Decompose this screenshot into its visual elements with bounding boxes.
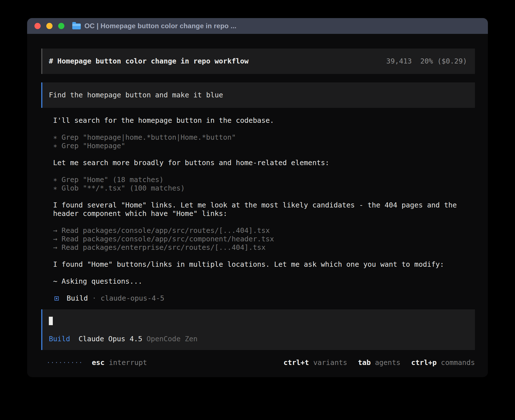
ctrl-p-key-label: ctrl+p <box>411 358 437 367</box>
status-bar: ········· esc interrupt ctrl+t variants … <box>41 358 475 367</box>
terminal-window: OC | Homepage button color change in rep… <box>27 18 488 377</box>
variants-hint: ctrl+t variants <box>283 358 347 367</box>
working-spinner-dots: ········· <box>47 358 83 367</box>
build-agent-icon <box>54 296 59 301</box>
agent-status-row: Build · claude-opus-4-5 <box>41 294 475 303</box>
minimize-button[interactable] <box>46 23 53 29</box>
assistant-status-line: ~ Asking questions... <box>53 277 475 286</box>
assistant-text-line: I found "Home" buttons/links in multiple… <box>53 260 475 269</box>
tool-call-line: ∗ Grep "homepage|home.*button|Home.*butt… <box>53 133 475 142</box>
tool-call-line: → Read packages/enterprise/src/routes/[.… <box>53 243 475 252</box>
tool-call-line: ∗ Glob "**/*.tsx" (100 matches) <box>53 184 475 193</box>
session-header: # Homepage button color change in repo w… <box>41 49 475 74</box>
interrupt-label: interrupt <box>109 358 147 367</box>
interrupt-hint: esc interrupt <box>92 358 147 367</box>
input-provider-label: OpenCode Zen <box>147 335 198 343</box>
window-title: OC | Homepage button color change in rep… <box>84 22 236 30</box>
token-count: 39,413 <box>386 57 412 65</box>
assistant-transcript: I'll search for the homepage button in t… <box>53 116 475 286</box>
agent-name: Build <box>67 294 88 303</box>
terminal-content: # Homepage button color change in repo w… <box>27 34 488 367</box>
status-left: ········· esc interrupt <box>47 358 147 367</box>
context-usage-cost: 20% ($0.29) <box>420 57 467 65</box>
close-button[interactable] <box>34 23 41 29</box>
tool-call-line: ∗ Grep "Homepage" <box>53 142 475 150</box>
session-stats: 39,413 20% ($0.29) <box>386 57 467 65</box>
tool-call-line: ∗ Grep "Home" (18 matches) <box>53 176 475 184</box>
desktop-background: OC | Homepage button color change in rep… <box>0 0 515 420</box>
session-title: # Homepage button color change in repo w… <box>49 57 248 65</box>
titlebar: OC | Homepage button color change in rep… <box>27 18 488 34</box>
folder-icon <box>72 23 81 29</box>
user-message: Find the homepage button and make it blu… <box>41 82 475 108</box>
agent-separator: · <box>92 294 96 303</box>
input-model-label: Claude Opus 4.5 <box>78 335 142 343</box>
agent-model: claude-opus-4-5 <box>101 294 164 303</box>
ctrl-t-key-label: ctrl+t <box>283 358 309 367</box>
assistant-text-line: I found several "Home" links. Let me loo… <box>53 201 475 218</box>
prompt-input[interactable]: Build Claude Opus 4.5 OpenCode Zen <box>41 309 475 350</box>
agents-label: agents <box>375 358 400 367</box>
assistant-text-line: I'll search for the homepage button in t… <box>53 116 475 125</box>
window-title-group: OC | Homepage button color change in rep… <box>72 22 236 30</box>
commands-hint: ctrl+p commands <box>411 358 475 367</box>
tool-call-line: → Read packages/console/app/src/componen… <box>53 235 475 243</box>
commands-label: commands <box>441 358 475 367</box>
user-message-text: Find the homepage button and make it blu… <box>49 91 223 99</box>
zoom-button[interactable] <box>58 23 64 29</box>
agents-hint: tab agents <box>358 358 400 367</box>
tool-call-line: → Read packages/console/app/src/routes/[… <box>53 226 475 235</box>
status-right: ctrl+t variants tab agents ctrl+p comman… <box>283 358 475 367</box>
variants-label: variants <box>313 358 347 367</box>
input-agent-label: Build <box>49 335 70 343</box>
model-selector-row[interactable]: Build Claude Opus 4.5 OpenCode Zen <box>49 335 468 343</box>
tab-key-label: tab <box>358 358 371 367</box>
esc-key-label: esc <box>92 358 104 367</box>
window-controls <box>34 23 64 29</box>
text-cursor <box>49 317 53 325</box>
assistant-text-line: Let me search more broadly for buttons a… <box>53 159 475 167</box>
